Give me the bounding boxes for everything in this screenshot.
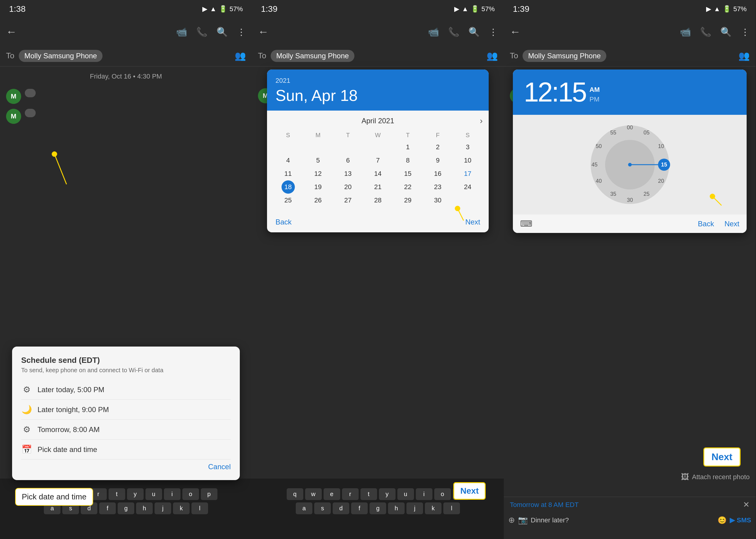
keyboard-toggle-icon[interactable]: ⌨: [520, 219, 532, 229]
key-p2-l[interactable]: l: [443, 502, 460, 514]
key-p2-q[interactable]: q: [287, 488, 303, 500]
key-p2-a[interactable]: a: [296, 502, 312, 514]
key-p2-s[interactable]: s: [314, 502, 331, 514]
contact-chip-3[interactable]: Molly Samsung Phone: [522, 50, 606, 62]
key-p2-f[interactable]: f: [351, 502, 368, 514]
search-icon-1[interactable]: 🔍: [217, 27, 228, 37]
day-23[interactable]: 23: [431, 180, 444, 194]
more-icon-2[interactable]: ⋮: [489, 27, 498, 37]
day-1[interactable]: 1: [401, 140, 415, 154]
key-p2-e[interactable]: e: [324, 488, 340, 500]
key-p2-t[interactable]: t: [360, 488, 377, 500]
attach-icon-p3[interactable]: 📷: [518, 515, 528, 525]
key-p2-h[interactable]: h: [388, 502, 405, 514]
day-29[interactable]: 29: [401, 194, 415, 207]
day-14[interactable]: 14: [371, 167, 385, 180]
cal-next-button[interactable]: Next: [465, 218, 480, 226]
key-i[interactable]: i: [164, 488, 181, 500]
key-y[interactable]: y: [127, 488, 143, 500]
key-p2-j[interactable]: j: [407, 502, 423, 514]
video-icon-1[interactable]: 📹: [176, 27, 187, 37]
key-p2-y[interactable]: y: [379, 488, 396, 500]
contact-chip-2[interactable]: Molly Samsung Phone: [271, 50, 354, 62]
day-4[interactable]: 4: [282, 154, 295, 167]
day-3[interactable]: 3: [461, 140, 474, 154]
key-k[interactable]: k: [173, 502, 190, 514]
day-25[interactable]: 25: [282, 194, 295, 207]
key-g[interactable]: g: [118, 502, 134, 514]
day-27[interactable]: 27: [341, 194, 355, 207]
key-h[interactable]: h: [136, 502, 153, 514]
attach-label[interactable]: Attach recent photo: [692, 473, 750, 481]
day-19[interactable]: 19: [312, 180, 325, 194]
key-p2-w[interactable]: w: [305, 488, 322, 500]
day-21[interactable]: 21: [371, 180, 385, 194]
day-28[interactable]: 28: [371, 194, 385, 207]
contact-chip-1[interactable]: Molly Samsung Phone: [19, 50, 102, 62]
key-p2-r[interactable]: r: [342, 488, 359, 500]
schedule-close-icon[interactable]: ✕: [743, 500, 750, 509]
add-contact-icon-1[interactable]: 👥: [235, 50, 246, 61]
clock-am-button[interactable]: AM: [589, 86, 600, 94]
key-p2-d[interactable]: d: [332, 502, 349, 514]
cancel-button[interactable]: Cancel: [208, 463, 231, 471]
day-9[interactable]: 9: [431, 154, 444, 167]
day-18[interactable]: 18: [282, 180, 295, 194]
key-p2-g[interactable]: g: [370, 502, 386, 514]
clock-pm-button[interactable]: PM: [589, 96, 600, 103]
cal-back-button[interactable]: Back: [275, 218, 292, 226]
day-24[interactable]: 24: [461, 180, 474, 194]
key-f[interactable]: f: [99, 502, 116, 514]
day-6[interactable]: 6: [341, 154, 355, 167]
key-t[interactable]: t: [109, 488, 125, 500]
add-icon-p3[interactable]: ⊕: [508, 515, 515, 525]
video-icon-3[interactable]: 📹: [680, 27, 691, 37]
day-20[interactable]: 20: [341, 180, 355, 194]
day-8[interactable]: 8: [401, 154, 415, 167]
day-11[interactable]: 11: [282, 167, 295, 180]
dialog-option-3[interactable]: 📅 Pick date and time: [21, 440, 231, 460]
day-26[interactable]: 26: [312, 194, 325, 207]
day-7[interactable]: 7: [371, 154, 385, 167]
search-icon-2[interactable]: 🔍: [468, 27, 480, 37]
key-p2-k[interactable]: k: [425, 502, 441, 514]
key-o[interactable]: o: [182, 488, 199, 500]
dialog-option-1[interactable]: 🌙 Later tonight, 9:00 PM: [21, 400, 231, 420]
dialog-option-0[interactable]: ⚙ Later today, 5:00 PM: [21, 380, 231, 400]
add-contact-icon-2[interactable]: 👥: [487, 50, 498, 61]
back-button-1[interactable]: ←: [6, 25, 17, 38]
emoji-icon-p3[interactable]: 😊: [717, 516, 727, 524]
message-input-p3[interactable]: Dinner later?: [531, 516, 714, 524]
day-5[interactable]: 5: [312, 154, 325, 167]
key-p2-i[interactable]: i: [416, 488, 432, 500]
day-10[interactable]: 10: [461, 154, 474, 167]
key-u[interactable]: u: [145, 488, 162, 500]
back-button-2[interactable]: ←: [258, 25, 269, 38]
day-30[interactable]: 30: [431, 194, 444, 207]
key-p2-u[interactable]: u: [397, 488, 414, 500]
dialog-option-2[interactable]: ⚙ Tomorrow, 8:00 AM: [21, 420, 231, 440]
day-17[interactable]: 17: [461, 167, 474, 180]
call-icon-3[interactable]: 📞: [700, 27, 711, 37]
key-l[interactable]: l: [191, 502, 208, 514]
day-16[interactable]: 16: [431, 167, 444, 180]
search-icon-3[interactable]: 🔍: [720, 27, 731, 37]
more-icon-3[interactable]: ⋮: [741, 27, 750, 37]
day-22[interactable]: 22: [401, 180, 415, 194]
clock-back-button[interactable]: Back: [698, 220, 714, 228]
key-p[interactable]: p: [201, 488, 218, 500]
day-13[interactable]: 13: [341, 167, 355, 180]
day-15[interactable]: 15: [401, 167, 415, 180]
add-contact-icon-3[interactable]: 👥: [738, 50, 750, 61]
day-2[interactable]: 2: [431, 140, 444, 154]
more-icon-1[interactable]: ⋮: [237, 27, 246, 37]
clock-next-button[interactable]: Next: [724, 220, 739, 228]
send-sms-button[interactable]: ▶ SMS: [730, 516, 751, 524]
key-j[interactable]: j: [154, 502, 171, 514]
key-p2-o[interactable]: o: [434, 488, 451, 500]
day-12[interactable]: 12: [312, 167, 325, 180]
cal-nav-next[interactable]: ›: [480, 116, 483, 126]
call-icon-1[interactable]: 📞: [196, 27, 208, 37]
video-icon-2[interactable]: 📹: [428, 27, 439, 37]
call-icon-2[interactable]: 📞: [448, 27, 459, 37]
